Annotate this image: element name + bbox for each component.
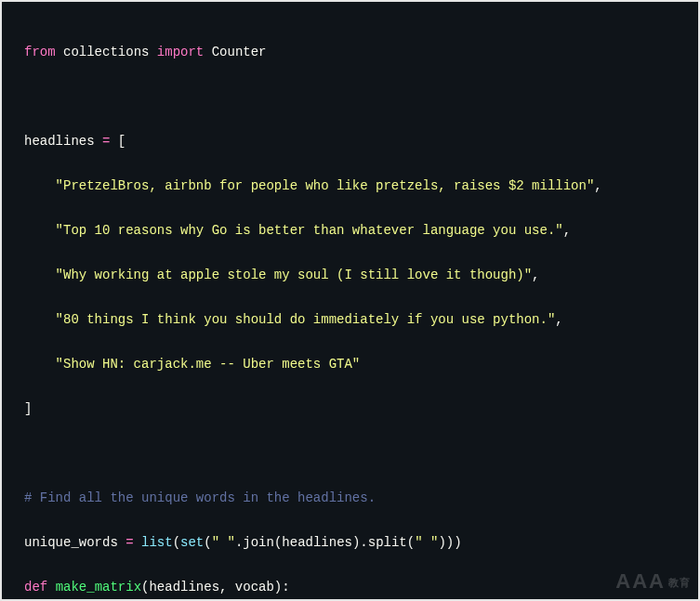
module-name: collections xyxy=(63,45,149,59)
code-line-3: headlines = [ xyxy=(24,130,676,152)
keyword-from: from xyxy=(24,45,56,59)
code-line-5: "Top 10 reasons why Go is better than wh… xyxy=(24,219,676,242)
code-line-8: "Show HN: carjack.me -- Uber meets GTA" xyxy=(24,353,676,375)
code-line-blank xyxy=(24,442,676,464)
watermark-sub: 教育 xyxy=(668,577,691,588)
code-line-11: # Find all the unique words in the headl… xyxy=(24,487,676,509)
class-counter: Counter xyxy=(212,45,267,59)
code-line-1: from collections import Counter xyxy=(24,41,676,63)
code-line-12: unique_words = list(set(" ".join(headlin… xyxy=(24,531,676,554)
code-line-7: "80 things I think you should do immedia… xyxy=(24,308,676,331)
code-line-13: def make_matrix(headlines, vocab): xyxy=(24,576,676,598)
code-block: from collections import Counter headline… xyxy=(0,0,700,601)
code-line-blank xyxy=(24,85,676,108)
keyword-import: import xyxy=(157,45,204,59)
watermark-logo: AAA教育 xyxy=(615,570,691,594)
code-line-6: "Why working at apple stole my soul (I s… xyxy=(24,264,676,286)
comment: # Find all the unique words in the headl… xyxy=(24,490,376,505)
code-line-9: ] xyxy=(24,398,676,420)
code-line-4: "PretzelBros, airbnb for people who like… xyxy=(24,175,676,197)
watermark-main: AAA xyxy=(615,569,666,593)
function-name: make_matrix xyxy=(56,580,141,594)
